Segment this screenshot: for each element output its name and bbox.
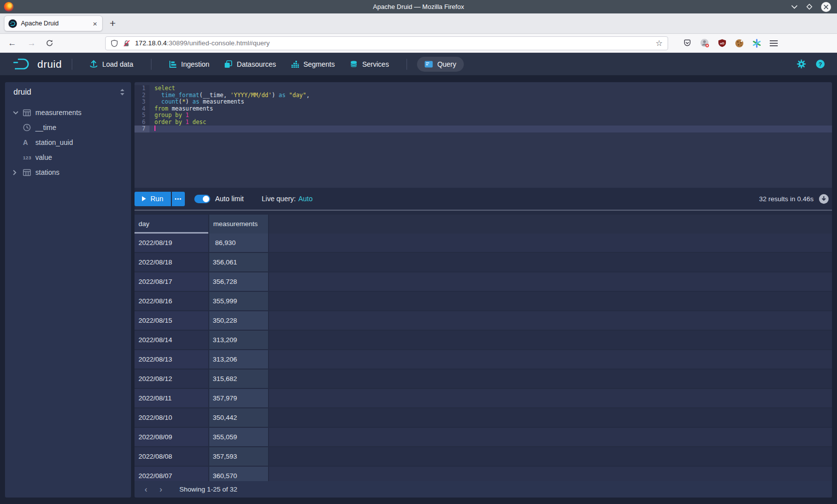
cookie-icon[interactable]	[735, 39, 744, 48]
tree-item-value[interactable]: 123value	[5, 150, 131, 165]
live-query-value[interactable]: Auto	[298, 195, 313, 203]
forward-button[interactable]: →	[27, 39, 36, 47]
run-button[interactable]: Run	[135, 192, 171, 206]
table-row[interactable]: 2022/08/16355,999	[135, 292, 832, 310]
cell-measurements[interactable]: 356,061	[209, 253, 268, 271]
column-header-measurements[interactable]: measurements	[209, 215, 268, 234]
druid-logo[interactable]: druid	[13, 57, 62, 71]
cell-day[interactable]: 2022/08/12	[135, 370, 208, 388]
table-row[interactable]: 2022/08/07360,570	[135, 467, 832, 481]
table-row[interactable]: 2022/08/11357,979	[135, 389, 832, 407]
table-row[interactable]: 2022/08/14313,209	[135, 331, 832, 349]
editor-line-3[interactable]: 3 count(*) as measurements	[135, 99, 832, 106]
cell-day[interactable]: 2022/08/13	[135, 350, 208, 369]
cell-measurements[interactable]: 357,979	[209, 389, 268, 407]
row-filler	[269, 272, 832, 291]
cell-day[interactable]: 2022/08/08	[135, 447, 208, 466]
nav-item-datasources[interactable]: Datasources	[217, 57, 283, 72]
table-row[interactable]: 2022/08/18356,061	[135, 253, 832, 271]
prev-page-button[interactable]: ‹	[139, 485, 153, 494]
tree-item-__time[interactable]: __time	[5, 120, 131, 135]
settings-gear-icon[interactable]	[797, 59, 806, 69]
editor-line-6[interactable]: 6order by 1 desc	[135, 119, 832, 126]
cell-day[interactable]: 2022/08/10	[135, 408, 208, 427]
url-text[interactable]: 172.18.0.4:30899/unified-console.html#qu…	[135, 39, 651, 47]
download-results-icon[interactable]	[819, 194, 829, 204]
cell-day[interactable]: 2022/08/07	[135, 467, 208, 481]
cell-day[interactable]: 2022/08/19	[135, 234, 208, 252]
cell-measurements[interactable]: 355,059	[209, 428, 268, 446]
run-more-button[interactable]: •••	[172, 192, 185, 206]
cell-measurements[interactable]: 86,930	[209, 234, 268, 252]
ublock-origin-icon[interactable]: uO	[718, 39, 726, 47]
pagination-bar: ‹ › Showing 1-25 of 32	[135, 481, 832, 498]
window-close-button[interactable]	[821, 2, 831, 12]
table-row[interactable]: 2022/08/13313,206	[135, 350, 832, 369]
browser-tab[interactable]: Apache Druid ×	[4, 15, 103, 31]
nav-item-label: Datasources	[237, 60, 276, 68]
table-row[interactable]: 2022/08/12315,682	[135, 370, 832, 388]
cell-measurements[interactable]: 360,570	[209, 467, 268, 481]
editor-line-2[interactable]: 2 time_format(__time, 'YYYY/MM/dd') as "…	[135, 92, 832, 99]
cell-day[interactable]: 2022/08/18	[135, 253, 208, 271]
cell-measurements[interactable]: 350,442	[209, 408, 268, 427]
tracking-protection-shield-icon[interactable]	[111, 39, 118, 47]
editor-line-1[interactable]: 1select	[135, 85, 832, 92]
nav-item-segments[interactable]: Segments	[283, 57, 342, 72]
editor-line-5[interactable]: 5group by 1	[135, 112, 832, 119]
nav-item-query[interactable]: Query	[417, 57, 464, 72]
schema-selector[interactable]: druid	[5, 82, 131, 102]
code-line: count(*) as measurements	[149, 99, 832, 106]
extension-asterisk-icon[interactable]	[752, 39, 761, 48]
table-row[interactable]: 2022/08/10350,442	[135, 408, 832, 427]
table-row[interactable]: 2022/08/09355,059	[135, 428, 832, 446]
table-row[interactable]: 2022/08/08357,593	[135, 447, 832, 466]
nav-item-services[interactable]: Services	[342, 57, 397, 72]
nav-item-ingestion[interactable]: Ingestion	[161, 57, 217, 72]
url-bar[interactable]: 172.18.0.4:30899/unified-console.html#qu…	[105, 36, 668, 50]
tree-item-station_uuid[interactable]: Astation_uuid	[5, 135, 131, 150]
cell-day[interactable]: 2022/08/14	[135, 331, 208, 349]
cell-day[interactable]: 2022/08/15	[135, 311, 208, 330]
hamburger-menu-icon[interactable]	[770, 40, 778, 47]
table-row[interactable]: 2022/08/15350,228	[135, 311, 832, 330]
row-filler	[269, 408, 832, 427]
window-maximize-button[interactable]	[806, 3, 813, 10]
tree-item-stations[interactable]: stations	[5, 165, 131, 180]
cell-day[interactable]: 2022/08/16	[135, 292, 208, 310]
bookmark-star-icon[interactable]: ☆	[656, 38, 663, 48]
cell-measurements[interactable]: 313,206	[209, 350, 268, 369]
cell-measurements[interactable]: 356,728	[209, 272, 268, 291]
sql-editor[interactable]: 1select2 time_format(__time, 'YYYY/MM/dd…	[135, 82, 832, 188]
cell-measurements[interactable]: 357,593	[209, 447, 268, 466]
account-icon[interactable]	[700, 38, 709, 48]
nav-item-load-data[interactable]: Load data	[82, 56, 140, 72]
window-minimize-button[interactable]	[791, 5, 798, 9]
tree-item-measurements[interactable]: measurements	[5, 105, 131, 120]
chevron-right-icon[interactable]	[13, 170, 23, 175]
cell-day[interactable]: 2022/08/09	[135, 428, 208, 446]
reload-button[interactable]	[46, 39, 53, 47]
pocket-icon[interactable]	[683, 39, 692, 47]
editor-line-4[interactable]: 4from measurements	[135, 106, 832, 113]
tab-close-button[interactable]: ×	[92, 19, 98, 28]
cell-day[interactable]: 2022/08/11	[135, 389, 208, 407]
next-page-button[interactable]: ›	[153, 485, 168, 494]
table-row[interactable]: 2022/08/1986,930	[135, 234, 832, 252]
cell-measurements[interactable]: 350,228	[209, 311, 268, 330]
auto-limit-toggle[interactable]	[194, 195, 210, 203]
table-row[interactable]: 2022/08/17356,728	[135, 272, 832, 291]
new-tab-button[interactable]: +	[110, 17, 116, 29]
help-icon[interactable]: ?	[816, 59, 825, 69]
cell-day[interactable]: 2022/08/17	[135, 272, 208, 291]
druid-favicon-icon	[8, 19, 17, 28]
cell-measurements[interactable]: 355,999	[209, 292, 268, 310]
insecure-lock-icon[interactable]	[123, 39, 131, 47]
cell-measurements[interactable]: 313,209	[209, 331, 268, 349]
editor-line-7[interactable]: 7	[135, 126, 832, 132]
column-header-day[interactable]: day	[135, 215, 208, 234]
chevron-down-icon[interactable]	[13, 111, 23, 115]
console-content: druid measurements__timeAstation_uuid123…	[0, 75, 837, 504]
cell-measurements[interactable]: 315,682	[209, 370, 268, 388]
back-button[interactable]: ←	[8, 39, 16, 47]
